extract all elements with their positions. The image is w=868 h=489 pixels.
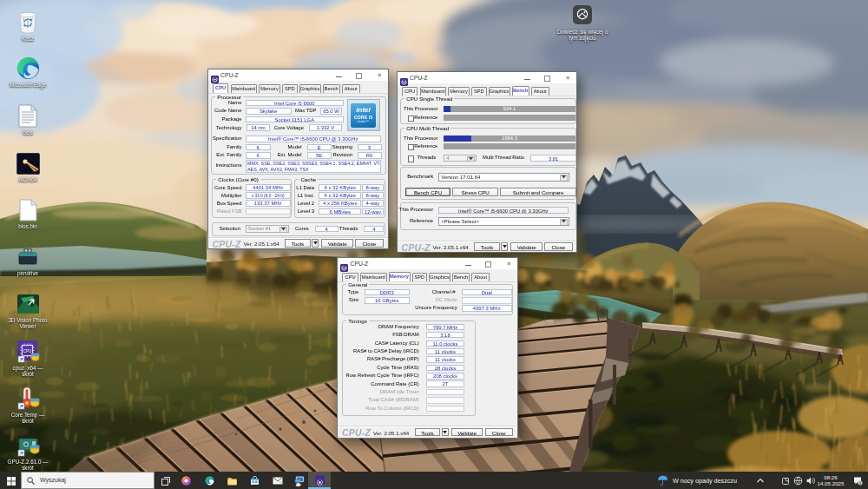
svg-text:1: 1 <box>859 480 862 486</box>
svg-text:CPU: CPU <box>23 349 31 354</box>
